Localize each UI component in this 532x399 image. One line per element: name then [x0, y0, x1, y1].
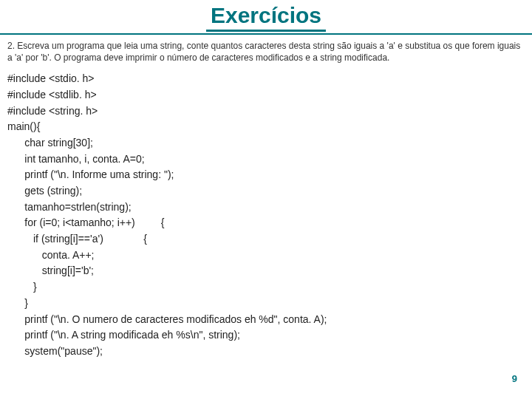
- page-title: Exercícios: [206, 3, 326, 32]
- code-block: #include <stdio. h> #include <stdlib. h>…: [0, 68, 532, 359]
- exercise-description: 2. Escreva um programa que leia uma stri…: [0, 35, 532, 68]
- title-wrap: Exercícios: [0, 0, 532, 32]
- page-number: 9: [512, 373, 517, 384]
